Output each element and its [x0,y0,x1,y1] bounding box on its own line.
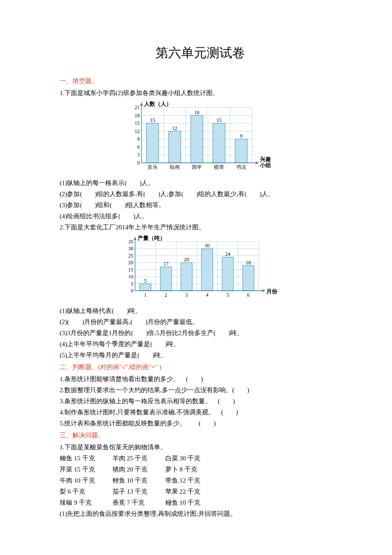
svg-rect-15 [147,123,159,163]
svg-rect-63 [160,267,172,291]
svg-rect-71 [243,266,254,291]
svg-marker-76 [262,289,265,292]
svg-text:6: 6 [137,144,140,150]
svg-text:12: 12 [135,128,140,134]
shop-cell: 芹菜 15 千克 [60,464,111,474]
svg-rect-69 [222,257,233,291]
svg-text:棋类: 棋类 [214,164,224,170]
chart-2: 5172030241805101520253035123456产量（吨）月份 [60,235,341,303]
svg-text:5: 5 [144,278,147,284]
svg-text:兴趣: 兴趣 [259,156,271,162]
section-2-head: 二、判断题。(对的画"√",错的画"×" ) [60,362,341,372]
q1-1: (1)纵轴上的每一格表示( )人。 [60,178,341,188]
svg-text:15: 15 [135,120,140,126]
svg-text:绘画: 绘画 [170,164,180,170]
q2-5: (5)上半年平均每月的产量是( )吨。 [60,350,341,360]
svg-rect-67 [202,249,213,291]
q1-4: (4)绘画组比书法组多( )人。 [60,211,341,221]
svg-text:18: 18 [194,110,199,116]
svg-text:12: 12 [172,125,177,131]
shop-cell: 带鱼 12 千克 [165,475,216,486]
svg-text:10: 10 [128,274,133,280]
shop-cell: 羊肉 25 千克 [112,453,164,463]
shop-cell: 苹果 22 千克 [165,486,216,497]
j4: 4.制作条形统计图时,只要将数量表示准确,不强调美观。 ( ) [60,407,341,417]
svg-text:人数（人）: 人数（人） [144,101,172,107]
svg-text:30: 30 [205,243,210,249]
svg-text:3: 3 [185,292,188,298]
shop-cell: 鲤鱼 10 千克 [112,475,164,486]
page-title: 第六单元测试卷 [60,43,341,63]
svg-text:9: 9 [137,136,140,142]
svg-text:15: 15 [128,267,133,273]
shop-cell: 牛肉 10 千克 [60,475,111,486]
svg-text:18: 18 [246,260,251,266]
shop-row-4: 辣椒 9 千克 香蕉 7 千克 鳗鱼 10 千克 [60,497,341,508]
q2-4: (4)上半年平均每个季度的产量是( )吨。 [60,339,341,349]
j3: 3.条形统计图的纵轴上的每一格应当表示相等的数量。 ( ) [60,396,341,406]
j2: 2.数据整理只要求出一个大约的结果,多一点少一点没有影响。( ) [60,385,341,395]
section-3-head: 三、解决问题。 [60,430,341,440]
j1: 1.条形统计图能够清楚地看出数量的多少。 ( ) [60,374,341,384]
shop-cell: 梨 6 千克 [60,486,111,497]
shop-cell: 辣椒 9 千克 [60,497,111,508]
svg-text:月份: 月份 [266,288,278,295]
q1-2: (2)参加( )组的人数最多,有( )人;参加( )组的人数最少,有( )人。 [60,189,341,199]
svg-text:21: 21 [135,104,140,110]
shop-cell: 白菜 30 千克 [165,453,216,463]
svg-text:书法: 书法 [236,164,246,170]
svg-text:国学: 国学 [192,164,202,170]
q2-intro: 2.下面是大套化工厂2014年上半年生产情况统计图。 [60,222,341,232]
j5: 5.统计表和条形统计图都能反映数量的多少。 ( ) [60,418,341,428]
svg-text:25: 25 [128,253,133,259]
svg-text:产量（吨）: 产量（吨） [137,235,165,241]
svg-rect-65 [181,263,193,291]
svg-text:30: 30 [128,246,133,251]
shop-cell: 猪肉 20 千克 [112,464,164,474]
svg-text:0: 0 [131,288,133,294]
q1-3: (3)参加( )组和( )组人数相等。 [60,200,341,210]
shop-row-0: 鲫鱼 15 千克 羊肉 25 千克 白菜 30 千克 [60,453,341,463]
svg-text:20: 20 [184,257,189,263]
svg-text:6: 6 [247,292,250,298]
svg-text:35: 35 [128,239,133,245]
svg-text:5: 5 [227,292,229,298]
svg-text:15: 15 [150,117,155,123]
shop-row-3: 梨 6 千克 茄子 13 千克 苹果 22 千克 [60,486,341,497]
svg-text:3: 3 [137,152,140,158]
svg-text:1: 1 [144,292,147,298]
p1-intro: 1.下面是某酸菜鱼馆某天的购物清单。 [60,442,341,452]
shop-row-1: 芹菜 15 千克 猪肉 20 千克 萝卜 8 千克 [60,464,341,474]
svg-text:0: 0 [137,160,140,166]
svg-text:2: 2 [165,292,167,298]
q2-1: (1)纵轴上每格代表( )吨。 [60,306,341,316]
shop-cell: 茄子 13 千克 [112,486,164,497]
svg-marker-28 [256,162,259,164]
svg-rect-23 [235,139,248,163]
svg-rect-17 [169,131,181,163]
shop-cell: 鳗鱼 10 千克 [165,497,216,508]
q2-3: (3)3月份的产量是1月份的( )倍,5月份比2月份多生产( )吨。 [60,328,341,338]
shop-row-2: 牛肉 10 千克 鲤鱼 10 千克 带鱼 12 千克 [60,475,341,486]
svg-marker-26 [140,102,143,106]
svg-text:9: 9 [240,133,242,139]
q2-2: (2)( )月份的产量最高,( )月份的产量最低。 [60,317,341,327]
svg-rect-61 [140,284,151,291]
p1-sub: (1)先把上面的食品按要求分类整理,再制成统计图,并回答问题。 [60,509,341,519]
svg-text:15: 15 [216,117,222,123]
svg-rect-19 [191,116,203,163]
chart-1: 151218159036912151821音乐绘画国学棋类书法人数（人）兴趣小组 [60,101,341,175]
shop-cell: 香蕉 7 千克 [112,497,164,508]
svg-text:音乐: 音乐 [147,164,158,170]
section-1-head: 一、填空题。 [60,76,341,86]
svg-text:17: 17 [164,261,169,267]
svg-text:5: 5 [131,281,133,287]
svg-text:24: 24 [225,251,231,257]
q1-intro: 1.下面是城东小学四(2)班参加各类兴趣小组人数统计图。 [60,88,341,98]
svg-text:20: 20 [128,260,133,266]
svg-rect-21 [213,123,225,163]
shop-cell: 鲫鱼 15 千克 [60,453,111,463]
svg-text:小组: 小组 [259,162,271,168]
svg-text:18: 18 [135,113,140,119]
shop-cell: 萝卜 8 千克 [165,464,216,474]
